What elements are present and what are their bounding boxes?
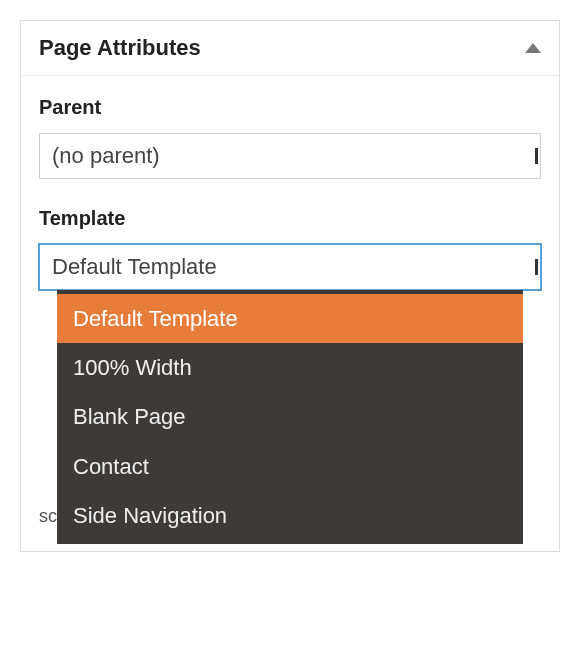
template-option[interactable]: Side Navigation	[57, 491, 523, 540]
page-attributes-panel: Page Attributes Parent (no parent) Templ…	[20, 20, 560, 552]
template-dropdown: Default Template 100% Width Blank Page C…	[57, 290, 523, 544]
panel-title: Page Attributes	[39, 35, 201, 61]
parent-select-value: (no parent)	[52, 143, 160, 168]
select-edge-icon	[535, 148, 538, 164]
template-option[interactable]: Contact	[57, 442, 523, 491]
collapse-toggle-icon	[525, 43, 541, 53]
panel-header[interactable]: Page Attributes	[21, 21, 559, 76]
template-label: Template	[39, 207, 541, 230]
parent-label: Parent	[39, 96, 541, 119]
template-select[interactable]: Default Template	[39, 244, 541, 290]
parent-field: Parent (no parent)	[39, 96, 541, 179]
template-field: Template Default Template Default Templa…	[39, 207, 541, 290]
template-select-value: Default Template	[52, 254, 217, 279]
panel-body: Parent (no parent) Template Default Temp…	[21, 76, 559, 551]
template-option[interactable]: 100% Width	[57, 343, 523, 392]
template-option[interactable]: Default Template	[57, 294, 523, 343]
template-option[interactable]: Blank Page	[57, 392, 523, 441]
parent-select[interactable]: (no parent)	[39, 133, 541, 179]
select-edge-icon	[535, 259, 538, 275]
